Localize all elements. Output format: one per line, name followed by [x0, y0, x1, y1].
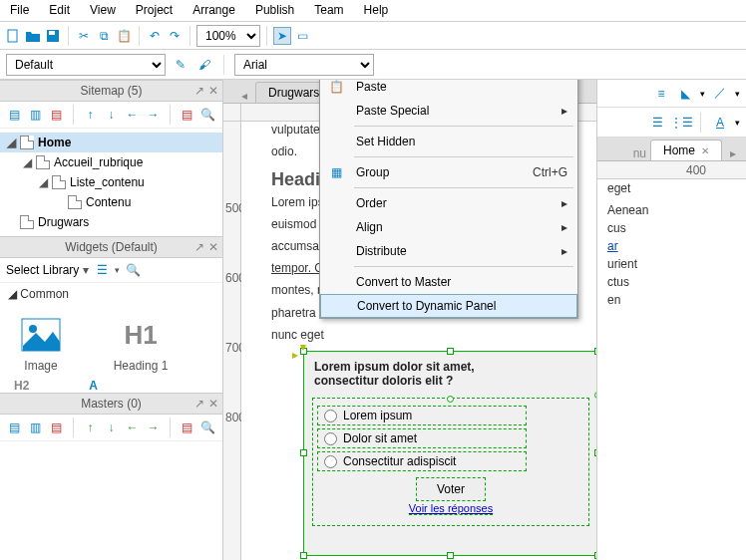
style-select[interactable]: Default — [6, 54, 166, 76]
widgets-title: Widgets (Default) — [65, 240, 158, 254]
library-dropdown[interactable]: Select Library — [6, 263, 79, 277]
page-liste_contenu[interactable]: ◢Liste_contenu — [0, 172, 222, 192]
widget-link[interactable]: A — [89, 379, 98, 393]
zoom-select[interactable]: 100% — [196, 25, 260, 47]
menu-file[interactable]: File — [0, 0, 39, 21]
cut-icon[interactable]: ✂ — [75, 27, 93, 45]
move-up-icon[interactable]: ↑ — [82, 419, 99, 436]
bullets-icon[interactable]: ⋮☰ — [672, 114, 690, 132]
widgets-body: Image H1 Heading 1 — [0, 305, 222, 379]
redo-icon[interactable]: ↷ — [166, 27, 184, 45]
tab-prev-icon[interactable]: nu — [629, 146, 650, 160]
outdent-icon[interactable]: ← — [124, 419, 141, 436]
svg-point-4 — [29, 325, 37, 333]
page-drugwars[interactable]: Drugwars — [0, 212, 222, 232]
poll-option-3[interactable]: Consectitur adispiscit — [317, 451, 527, 471]
masters-title: Masters (0) — [81, 397, 142, 411]
svg-rect-0 — [8, 30, 17, 42]
copy-icon[interactable]: ⧉ — [95, 27, 113, 45]
ctx-paste-special[interactable]: Paste Special — [320, 99, 577, 123]
close-icon[interactable]: ✕ — [208, 240, 218, 254]
pop-icon[interactable]: ↗ — [194, 84, 204, 98]
search-icon[interactable]: 🔍 — [124, 261, 142, 279]
del2-icon[interactable]: ▤ — [179, 419, 195, 436]
right-panel: ≡ ◣▾ ／▾ ☰ ⋮☰ A▾ nu Home✕ ▸ 400 egetAenea… — [596, 80, 746, 560]
del-master-icon[interactable]: ▤ — [48, 419, 65, 436]
close-icon[interactable]: ✕ — [208, 84, 218, 98]
sitemap-toolbar: ▤ ▥ ▤ ↑ ↓ ← → ▤ 🔍 — [0, 102, 222, 129]
save-icon[interactable] — [44, 27, 62, 45]
menu-arrange[interactable]: Arrange — [183, 0, 245, 21]
add-child-icon[interactable]: ▥ — [27, 106, 44, 124]
list-icon[interactable]: ☰ — [648, 114, 666, 132]
eyedropper-icon[interactable]: ✎ — [172, 56, 189, 74]
align-center-icon[interactable]: ≡ — [652, 85, 670, 103]
line-icon[interactable]: ／ — [711, 85, 729, 103]
vote-button[interactable]: Voter — [416, 477, 486, 501]
outdent-icon[interactable]: ← — [124, 106, 141, 124]
page-contenu[interactable]: Contenu — [0, 192, 222, 212]
ctx-set-hidden[interactable]: Set Hidden — [320, 130, 577, 153]
undo-icon[interactable]: ↶ — [146, 27, 164, 45]
ctx-order[interactable]: Order — [320, 191, 577, 215]
widget-heading1[interactable]: H1 Heading 1 — [106, 311, 176, 373]
add-master2-icon[interactable]: ▥ — [27, 419, 44, 436]
masters-toolbar: ▤ ▥ ▤ ↑ ↓ ← → ▤ 🔍 — [0, 415, 222, 441]
search-icon[interactable]: 🔍 — [199, 419, 216, 436]
toolbar-row2: Default ✎ 🖌 Arial — [0, 50, 746, 80]
ctx-align[interactable]: Align — [320, 215, 577, 239]
svg-rect-2 — [49, 31, 55, 35]
tab-home[interactable]: Home✕ — [650, 140, 722, 160]
del-icon[interactable]: ▤ — [179, 106, 195, 124]
pop-icon[interactable]: ↗ — [194, 397, 204, 411]
ctx-distribute[interactable]: Distribute — [320, 239, 577, 263]
brush-icon[interactable]: 🖌 — [195, 56, 213, 74]
ctx-group[interactable]: ▦GroupCtrl+G — [320, 160, 577, 184]
widget-h2[interactable]: H2 — [14, 379, 29, 393]
paste-icon[interactable]: 📋 — [115, 27, 133, 45]
ctx-paste[interactable]: 📋Paste — [320, 80, 577, 99]
new-icon[interactable] — [4, 27, 22, 45]
menu-team[interactable]: Team — [304, 0, 353, 21]
see-answers-link[interactable]: Voir les réponses — [409, 502, 493, 515]
widget-image[interactable]: Image — [6, 311, 76, 373]
menu-view[interactable]: View — [80, 0, 126, 21]
ctx-convert-to-dynamic-panel[interactable]: Convert to Dynamic Panel — [320, 294, 577, 318]
open-icon[interactable] — [24, 27, 42, 45]
add-master-icon[interactable]: ▤ — [6, 419, 23, 436]
view-mode-icon[interactable]: ☰ — [93, 261, 111, 279]
move-down-icon[interactable]: ↓ — [103, 106, 120, 124]
ruler-vertical: 500600700800 — [223, 122, 241, 560]
pointer-icon[interactable]: ➤ — [273, 27, 291, 45]
move-down-icon[interactable]: ↓ — [103, 419, 120, 436]
search-icon[interactable]: 🔍 — [199, 106, 216, 124]
ctx-convert-to-master[interactable]: Convert to Master — [320, 270, 577, 294]
bucket-icon[interactable]: ◣ — [676, 85, 694, 103]
tab-next-icon[interactable]: ▸ — [726, 146, 740, 160]
selected-group[interactable]: Lorem ipsum dolor sit amet, consectitur … — [303, 351, 596, 556]
indent-icon[interactable]: → — [145, 106, 162, 124]
sitemap-title: Sitemap (5) — [80, 84, 142, 98]
move-up-icon[interactable]: ↑ — [82, 106, 99, 124]
page-home[interactable]: ◢Home — [0, 133, 222, 152]
menu-help[interactable]: Help — [354, 0, 399, 21]
close-icon[interactable]: ✕ — [208, 397, 218, 411]
menu-edit[interactable]: Edit — [39, 0, 80, 21]
marquee-icon[interactable]: ▭ — [293, 27, 311, 45]
close-tab-icon[interactable]: ✕ — [701, 145, 709, 156]
fontcolor-icon[interactable]: A — [711, 114, 729, 132]
toolbar-row1: ✂ ⧉ 📋 ↶ ↷ 100% ➤ ▭ — [0, 22, 746, 50]
menu-publish[interactable]: Publish — [245, 0, 304, 21]
widget-group[interactable]: ◢ Common — [0, 283, 222, 305]
sitemap-header: Sitemap (5) ↗✕ — [0, 80, 222, 102]
add-page-icon[interactable]: ▤ — [6, 106, 23, 124]
prev-tab-icon[interactable]: ◂ — [233, 89, 255, 103]
indent-icon[interactable]: → — [145, 419, 162, 436]
delete-page-icon[interactable]: ▤ — [48, 106, 65, 124]
font-select[interactable]: Arial — [234, 54, 374, 76]
page-accueil_rubrique[interactable]: ◢Accueil_rubrique — [0, 152, 222, 172]
pop-icon[interactable]: ↗ — [194, 240, 204, 254]
menu-project[interactable]: Project — [126, 0, 183, 21]
poll-option-1[interactable]: Lorem ipsum — [317, 406, 527, 425]
poll-option-2[interactable]: Dolor sit amet — [317, 428, 527, 448]
